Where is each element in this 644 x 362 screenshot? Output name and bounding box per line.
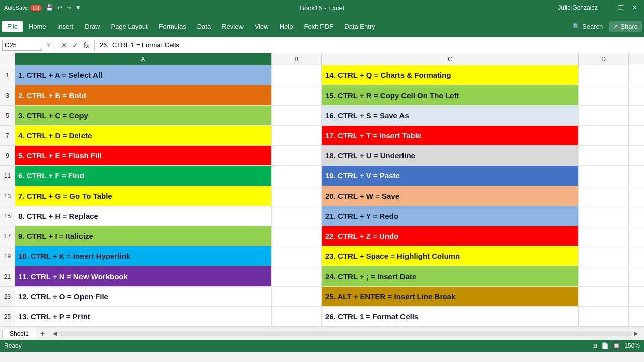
formula-icons: ✕ ✓ fx: [59, 40, 91, 50]
table-cell[interactable]: [272, 65, 322, 85]
spreadsheet-row: 2111. CTRL + N = New Workbook24. CTRL + …: [0, 266, 644, 287]
table-cell[interactable]: 3. CTRL + C = Copy: [15, 106, 272, 125]
close-button[interactable]: ✕: [630, 3, 640, 13]
restore-button[interactable]: ❐: [616, 3, 626, 13]
table-cell[interactable]: [272, 307, 322, 326]
table-cell[interactable]: 20. CTRL + W = Save: [322, 186, 579, 206]
table-cell[interactable]: [272, 146, 322, 165]
formula-bar-divider2: [94, 40, 95, 50]
autosave-toggle[interactable]: Off: [30, 5, 42, 11]
col-header-A[interactable]: A: [15, 53, 272, 65]
tab-page-layout[interactable]: Page Layout: [106, 21, 153, 32]
row-number: 21: [0, 266, 15, 286]
col-header-C[interactable]: C: [322, 53, 579, 65]
table-cell[interactable]: [272, 126, 322, 145]
cancel-formula-icon[interactable]: ✕: [59, 40, 69, 50]
tab-view[interactable]: View: [250, 21, 274, 32]
table-cell[interactable]: [579, 287, 629, 306]
table-cell[interactable]: [579, 166, 629, 186]
table-cell[interactable]: 5. CTRL + E = Flash Fill: [15, 146, 272, 165]
table-cell[interactable]: [272, 226, 322, 246]
share-icon: ↗: [613, 23, 618, 30]
table-cell[interactable]: [579, 186, 629, 206]
scroll-right-icon[interactable]: ▶: [634, 330, 638, 337]
insert-function-icon[interactable]: fx: [82, 40, 91, 50]
table-cell[interactable]: [272, 166, 322, 186]
tab-data-entry[interactable]: Data Entry: [339, 21, 380, 32]
table-cell[interactable]: [579, 307, 629, 326]
customize-icon[interactable]: ▼: [75, 4, 82, 11]
table-cell[interactable]: [579, 226, 629, 246]
table-cell[interactable]: 4. CTRL + D = Delete: [15, 126, 272, 145]
table-cell[interactable]: 15. CTRL + R = Copy Cell On The Left: [322, 85, 579, 105]
view-page-layout-icon[interactable]: 📄: [601, 342, 609, 349]
table-cell[interactable]: [579, 65, 629, 85]
table-cell[interactable]: 6. CTRL + F = Find: [15, 166, 272, 186]
table-cell[interactable]: [272, 266, 322, 286]
table-cell[interactable]: [272, 186, 322, 206]
horizontal-scrollbar[interactable]: [59, 331, 632, 336]
scroll-left-icon[interactable]: ◀: [53, 330, 57, 337]
table-cell[interactable]: 23. CTRL + Space = Highlight Column: [322, 246, 579, 266]
table-cell[interactable]: 2. CTRL + B = Bold: [15, 85, 272, 105]
tab-data[interactable]: Data: [192, 21, 216, 32]
table-cell[interactable]: 17. CTRL + T = Insert Table: [322, 126, 579, 145]
autosave-group: AutoSave Off: [4, 5, 42, 11]
table-cell[interactable]: 18. CTRL + U = Underline: [322, 146, 579, 165]
redo-icon[interactable]: ↪: [66, 4, 71, 11]
minimize-button[interactable]: —: [602, 3, 612, 13]
table-cell[interactable]: [272, 287, 322, 306]
save-icon[interactable]: 💾: [46, 4, 53, 11]
cell-reference-input[interactable]: [2, 40, 42, 51]
search-box[interactable]: 🔍 Search: [572, 23, 603, 30]
col-header-B[interactable]: B: [272, 53, 322, 65]
table-cell[interactable]: [579, 206, 629, 226]
table-cell[interactable]: 12. CTRL + O = Open File: [15, 287, 272, 306]
table-cell[interactable]: 11. CTRL + N = New Workbook: [15, 266, 272, 286]
cell-ref-dropdown-icon[interactable]: ▼: [44, 41, 53, 49]
table-cell[interactable]: 1. CTRL + A = Select All: [15, 65, 272, 85]
spreadsheet-row: 11. CTRL + A = Select All14. CTRL + Q = …: [0, 65, 644, 85]
table-cell[interactable]: 13. CTRL + P = Print: [15, 307, 272, 326]
add-sheet-button[interactable]: +: [36, 328, 49, 339]
table-cell[interactable]: [272, 106, 322, 125]
table-cell[interactable]: 19. CTRL + V = Paste: [322, 166, 579, 186]
table-cell[interactable]: [272, 85, 322, 105]
undo-icon[interactable]: ↩: [57, 4, 62, 11]
tab-insert[interactable]: Insert: [52, 21, 79, 32]
sheet-tab-sheet1[interactable]: Sheet1: [2, 329, 36, 338]
table-cell[interactable]: [579, 266, 629, 286]
table-cell[interactable]: [579, 126, 629, 145]
table-cell[interactable]: [579, 106, 629, 125]
table-cell[interactable]: [579, 246, 629, 266]
table-cell[interactable]: 26. CTRL 1 = Format Cells: [322, 307, 579, 326]
table-cell[interactable]: 7. CTRL + G = Go To Table: [15, 186, 272, 206]
table-cell[interactable]: 14. CTRL + Q = Charts & Formating: [322, 65, 579, 85]
view-normal-icon[interactable]: ⊞: [592, 342, 597, 349]
table-cell[interactable]: [272, 206, 322, 226]
table-cell[interactable]: 8. CTRL + H = Replace: [15, 206, 272, 226]
table-cell[interactable]: 25. ALT + ENTER = Insert Line Break: [322, 287, 579, 306]
table-cell[interactable]: [579, 85, 629, 105]
table-cell[interactable]: 16. CTRL + S = Save As: [322, 106, 579, 125]
tab-help[interactable]: Help: [275, 21, 298, 32]
col-header-D[interactable]: D: [579, 53, 629, 65]
tab-home[interactable]: Home: [24, 21, 51, 32]
table-cell[interactable]: 10. CTRL + K = Insert Hyperlink: [15, 246, 272, 266]
tab-formulas[interactable]: Formulas: [154, 21, 191, 32]
table-cell[interactable]: 22. CTRL + Z = Undo: [322, 226, 579, 246]
status-bar: Ready ⊞ 📄 🔲 150%: [0, 340, 644, 352]
share-button[interactable]: ↗ Share: [609, 21, 642, 32]
tab-review[interactable]: Review: [217, 21, 249, 32]
confirm-formula-icon[interactable]: ✓: [70, 40, 80, 50]
tab-file[interactable]: File: [2, 21, 23, 32]
formula-input[interactable]: [98, 41, 642, 49]
table-cell[interactable]: 9. CTRL + I = Italicize: [15, 226, 272, 246]
tab-foxit-pdf[interactable]: Foxit PDF: [299, 21, 339, 32]
table-cell[interactable]: [272, 246, 322, 266]
view-page-break-icon[interactable]: 🔲: [613, 342, 620, 349]
tab-draw[interactable]: Draw: [79, 21, 105, 32]
table-cell[interactable]: 21. CTRL + Y = Redo: [322, 206, 579, 226]
table-cell[interactable]: [579, 146, 629, 165]
table-cell[interactable]: 24. CTRL + ; = Insert Date: [322, 266, 579, 286]
